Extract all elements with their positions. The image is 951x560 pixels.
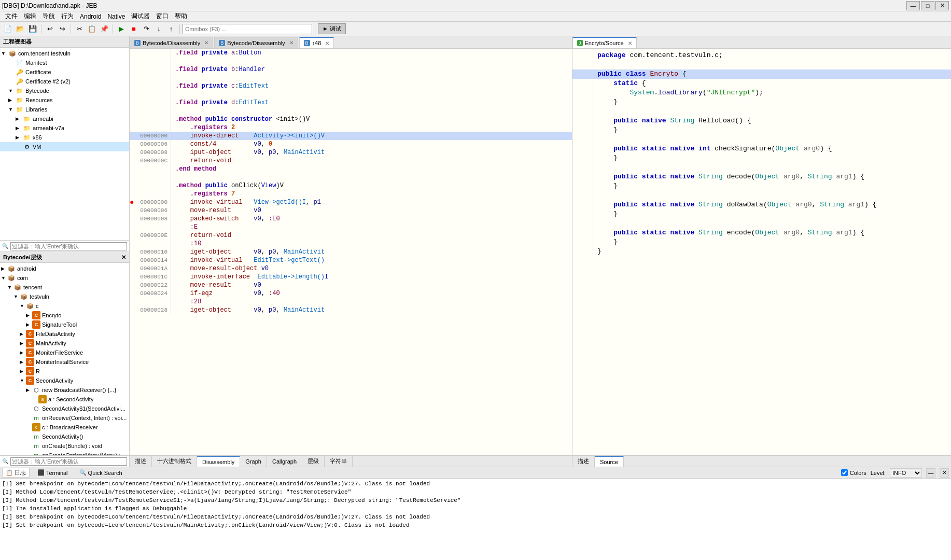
- bottom-panel-minimize[interactable]: —: [926, 468, 935, 478]
- class-panel-close[interactable]: ✕: [121, 254, 126, 261]
- class-tree-item[interactable]: aa : SecondActivity: [0, 395, 129, 404]
- class-tree-item[interactable]: ▶CMoniterFileService: [0, 348, 129, 357]
- tab-hex[interactable]: 十六进制格式: [152, 456, 197, 467]
- disasm-editor[interactable]: .field private a:Button .field private b…: [130, 49, 572, 455]
- tab-strings[interactable]: 字符串: [325, 456, 353, 467]
- toolbar-undo[interactable]: ↩: [44, 23, 55, 35]
- toolbar-step-out[interactable]: ↑: [165, 23, 177, 35]
- tab-graph[interactable]: Graph: [240, 456, 267, 467]
- level-select[interactable]: INFO DEBUG WARN ERROR: [890, 468, 922, 478]
- class-tree-item[interactable]: ▼📦testvuln: [0, 292, 129, 301]
- toolbar-copy[interactable]: 📋: [86, 23, 97, 35]
- tab-source[interactable]: J Encryto/Source ✕: [572, 37, 637, 48]
- class-tree-item[interactable]: ▶CMainActivity: [0, 339, 129, 348]
- bottom-toolbar[interactable]: 📋 日志 ⬛ Terminal 🔍 Quick Search Colors Le…: [0, 467, 951, 479]
- toolbar-open[interactable]: 📂: [15, 23, 26, 35]
- class-tree[interactable]: ▶📦android▼📦com▼📦tencent▼📦testvuln▼📦c▶CEn…: [0, 263, 129, 455]
- class-tree-item[interactable]: cc : BroadcastReceiver: [0, 423, 129, 432]
- toolbar-step-in[interactable]: ↓: [153, 23, 164, 35]
- toolbar-paste[interactable]: 📌: [99, 23, 110, 35]
- debug-button[interactable]: ► 调试: [318, 23, 346, 34]
- project-tree[interactable]: ▼📦com.tencent.testvuln📄Manifest🔑Certific…: [0, 48, 129, 240]
- class-tree-item[interactable]: ▶CR: [0, 367, 129, 376]
- log-tab[interactable]: 📋 日志: [2, 468, 30, 478]
- project-tree-item[interactable]: 📄Manifest: [0, 58, 129, 67]
- toolbar-cut[interactable]: ✂: [74, 23, 85, 35]
- class-tree-item[interactable]: ▶📦android: [0, 264, 129, 273]
- tab-bytecode-2[interactable]: B Bytecode/Disassembly ✕: [214, 37, 298, 48]
- class-filter-input[interactable]: [10, 457, 127, 466]
- tab-disasm[interactable]: Disassembly: [197, 456, 240, 467]
- menu-item-导航[interactable]: 导航: [39, 11, 58, 21]
- menu-item-编辑[interactable]: 编辑: [21, 11, 39, 21]
- terminal-tab[interactable]: ⬛ Terminal: [34, 468, 72, 477]
- project-tree-item[interactable]: 🔑Certificate #2 (v2): [0, 77, 129, 86]
- toolbar-new[interactable]: 📄: [2, 23, 13, 35]
- menu-item-调试器[interactable]: 调试器: [128, 11, 153, 21]
- colors-checkbox[interactable]: [841, 469, 848, 476]
- class-tree-item[interactable]: monReceive(Context, Intent) : voi...: [0, 413, 129, 423]
- center-tab-bar[interactable]: B Bytecode/Disassembly ✕ B Bytecode/Disa…: [130, 36, 572, 49]
- maximize-button[interactable]: □: [921, 1, 934, 10]
- tab-bytecode-3[interactable]: B ↕48 ✕: [299, 37, 334, 48]
- src-line: [572, 60, 951, 69]
- class-tree-item[interactable]: monCreate(Bundle) : void: [0, 441, 129, 451]
- class-tree-item[interactable]: ⬡SecondActivity$1(SecondActivi...: [0, 404, 129, 413]
- close-button[interactable]: ✕: [935, 1, 949, 10]
- src-line: [572, 219, 951, 228]
- class-tree-item[interactable]: ▶CFileDataActivity: [0, 329, 129, 339]
- project-tree-item[interactable]: 🔑Certificate: [0, 67, 129, 77]
- class-tree-item[interactable]: ▼📦tencent: [0, 283, 129, 292]
- minimize-button[interactable]: —: [906, 1, 920, 10]
- project-tree-item[interactable]: ▼📦com.tencent.testvuln: [0, 49, 129, 58]
- project-tree-item[interactable]: ▶📁armeabi-v7a: [0, 123, 129, 133]
- quicksearch-tab[interactable]: 🔍 Quick Search: [76, 468, 126, 477]
- menu-item-文件[interactable]: 文件: [2, 11, 21, 21]
- tab-close-1[interactable]: ✕: [204, 40, 208, 46]
- toolbar-run[interactable]: ▶: [116, 23, 127, 35]
- class-tree-item[interactable]: ▶⬡new BroadcastReceiver() {...}: [0, 385, 129, 395]
- toolbar-step-over[interactable]: ↷: [141, 23, 152, 35]
- toolbar-stop[interactable]: ■: [128, 23, 139, 35]
- disasm-bottom-tabs[interactable]: 描述 十六进制格式 Disassembly Graph Callgraph 层级…: [130, 455, 572, 467]
- source-editor[interactable]: package com.tencent.testvuln.c; public c…: [572, 49, 951, 455]
- project-tree-item[interactable]: ▶📁Resources: [0, 95, 129, 105]
- tab-desc[interactable]: 描述: [130, 456, 152, 467]
- class-tree-item[interactable]: mSecondActivity(): [0, 432, 129, 441]
- project-tree-item[interactable]: ▼📁Bytecode: [0, 86, 129, 95]
- class-tree-item[interactable]: ▼📦c: [0, 301, 129, 311]
- toolbar-redo[interactable]: ↪: [57, 23, 68, 35]
- omnibox-input[interactable]: [183, 24, 312, 34]
- tab-src-desc[interactable]: 描述: [572, 456, 595, 467]
- menu-item-帮助[interactable]: 帮助: [172, 11, 190, 21]
- project-tree-item[interactable]: ▶📁armeabi: [0, 114, 129, 123]
- log-area[interactable]: [I] Set breakpoint on bytecode=Lcom/tenc…: [0, 479, 951, 560]
- toolbar-save[interactable]: 💾: [27, 23, 38, 35]
- menu-item-Android[interactable]: Android: [77, 12, 104, 21]
- source-bottom-tabs[interactable]: 描述 Source: [572, 455, 951, 467]
- project-filter-input[interactable]: [10, 242, 127, 250]
- class-tree-item[interactable]: ▶CEncryto: [0, 311, 129, 320]
- menu-item-窗口[interactable]: 窗口: [153, 11, 172, 21]
- class-tree-item[interactable]: ▼📦com: [0, 273, 129, 283]
- bottom-panel-close[interactable]: ✕: [940, 468, 949, 478]
- tab-bytecode-1[interactable]: B Bytecode/Disassembly ✕: [130, 37, 213, 48]
- project-tree-item[interactable]: ▶📁x86: [0, 133, 129, 142]
- tab-close-3[interactable]: ✕: [325, 40, 329, 46]
- tab-close-2[interactable]: ✕: [289, 40, 293, 46]
- tab-hierarchy[interactable]: 层级: [302, 456, 325, 467]
- titlebar-controls[interactable]: — □ ✕: [906, 1, 949, 10]
- menu-item-Native[interactable]: Native: [104, 12, 128, 21]
- class-tree-item[interactable]: ▼CSecondActivity: [0, 376, 129, 385]
- tree-arrow: ▼: [8, 107, 16, 112]
- project-tree-item[interactable]: ⚙VM: [0, 142, 129, 151]
- source-tab-bar[interactable]: J Encryto/Source ✕: [572, 36, 951, 49]
- tab-source-close[interactable]: ✕: [628, 40, 632, 46]
- tab-callgraph[interactable]: Callgraph: [267, 456, 302, 467]
- menu-item-行为[interactable]: 行为: [58, 11, 77, 21]
- class-tree-item[interactable]: ▶CSignatureTool: [0, 320, 129, 329]
- class-tree-item[interactable]: monCreateOptionsMenu(Menu) : b...: [0, 451, 129, 455]
- class-tree-item[interactable]: ▶CMoniterInstallService: [0, 357, 129, 367]
- project-tree-item[interactable]: ▼📁Libraries: [0, 105, 129, 114]
- tab-src-source[interactable]: Source: [595, 456, 624, 467]
